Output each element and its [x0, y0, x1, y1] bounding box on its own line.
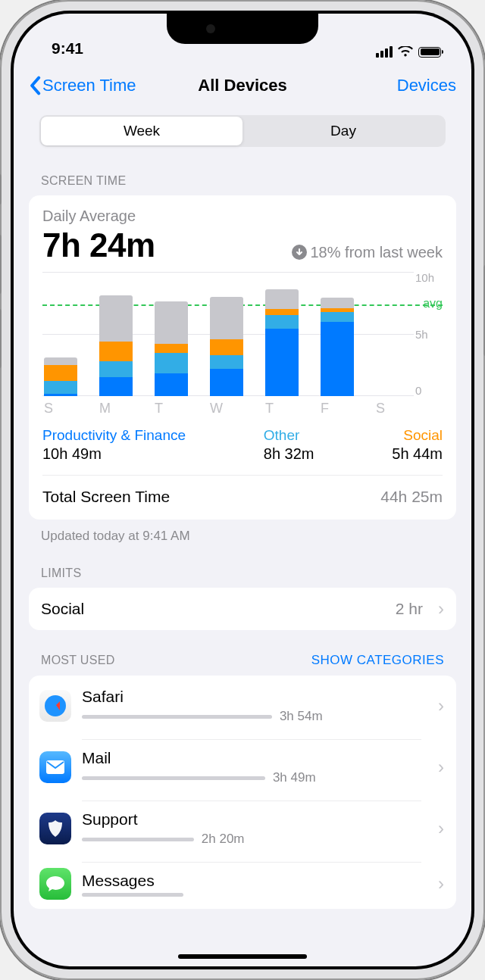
- chevron-right-icon: ›: [438, 873, 444, 894]
- category-breakdown: Productivity & Finance 10h 49m Other 8h …: [42, 417, 443, 476]
- chevron-left-icon: [29, 76, 41, 95]
- back-label: Screen Time: [42, 76, 136, 95]
- section-most-used: MOST USED SHOW CATEGORIES: [29, 630, 456, 676]
- arrow-down-icon: [292, 245, 307, 260]
- show-categories-button[interactable]: SHOW CATEGORIES: [311, 653, 444, 668]
- bar-F: [321, 272, 354, 396]
- chevron-right-icon: ›: [438, 818, 444, 839]
- nav-bar: Screen Time All Devices Devices: [14, 64, 471, 108]
- app-name: Safari: [82, 688, 421, 706]
- category-productivity: Productivity & Finance: [42, 427, 186, 444]
- bar-T: [265, 272, 299, 396]
- app-time: 2h 20m: [202, 832, 245, 847]
- svg-point-0: [45, 695, 66, 716]
- app-row[interactable]: Messages›: [29, 859, 456, 909]
- section-limits: LIMITS: [29, 544, 456, 588]
- app-row[interactable]: Safari3h 54m›: [29, 676, 456, 736]
- notch: [167, 14, 318, 44]
- updated-timestamp: Updated today at 9:41 AM: [29, 520, 456, 544]
- app-time: 3h 54m: [280, 709, 323, 724]
- chevron-right-icon: ›: [438, 695, 444, 716]
- category-social: Social: [392, 427, 443, 444]
- app-time: 3h 49m: [273, 770, 316, 785]
- chevron-right-icon: ›: [438, 757, 444, 778]
- limit-row-social[interactable]: Social 2 hr ›: [29, 588, 456, 630]
- home-indicator[interactable]: [178, 954, 307, 959]
- most-used-list: Safari3h 54m›Mail3h 49m›Support2h 20m›Me…: [29, 676, 456, 909]
- wifi-icon: [398, 46, 413, 58]
- tab-week[interactable]: Week: [41, 117, 242, 145]
- change-from-last-week: 18% from last week: [292, 244, 443, 261]
- daily-average-value: 7h 24m: [42, 226, 155, 264]
- app-name: Mail: [82, 749, 421, 767]
- y-axis-labels: 10h 5h 0: [415, 272, 443, 396]
- category-other: Other: [264, 427, 314, 444]
- x-axis-labels: SMTWTFS: [42, 396, 414, 417]
- section-screen-time: SCREEN TIME: [29, 151, 456, 195]
- limit-value: 2 hr: [396, 600, 423, 618]
- back-button[interactable]: Screen Time: [29, 76, 136, 95]
- battery-icon: [418, 47, 441, 58]
- bar-S: [44, 272, 77, 396]
- bar-W: [210, 272, 243, 396]
- devices-button[interactable]: Devices: [397, 76, 456, 95]
- limit-name: Social: [41, 600, 84, 618]
- phone-frame: 9:41 Screen Time All Devices Devices: [0, 0, 485, 980]
- limits-list: Social 2 hr ›: [29, 588, 456, 630]
- app-row[interactable]: Support2h 20m›: [29, 797, 456, 859]
- bar-S: [376, 272, 409, 396]
- bar-T: [155, 272, 188, 396]
- daily-average-label: Daily Average: [42, 208, 443, 225]
- week-day-toggle[interactable]: Week Day: [39, 115, 446, 147]
- app-name: Support: [82, 810, 421, 829]
- chevron-right-icon: ›: [438, 598, 444, 620]
- app-name: Messages: [82, 872, 421, 890]
- bar-M: [99, 272, 133, 396]
- daily-average-card[interactable]: Daily Average 7h 24m 18% from last week: [29, 195, 456, 520]
- total-screen-time-row[interactable]: Total Screen Time 44h 25m: [42, 476, 443, 520]
- usage-chart: 10h 5h 0 avg SMTWTFS: [42, 272, 443, 417]
- status-time: 9:41: [52, 39, 83, 58]
- tab-day[interactable]: Day: [242, 117, 444, 145]
- cellular-icon: [376, 46, 393, 58]
- app-row[interactable]: Mail3h 49m›: [29, 736, 456, 797]
